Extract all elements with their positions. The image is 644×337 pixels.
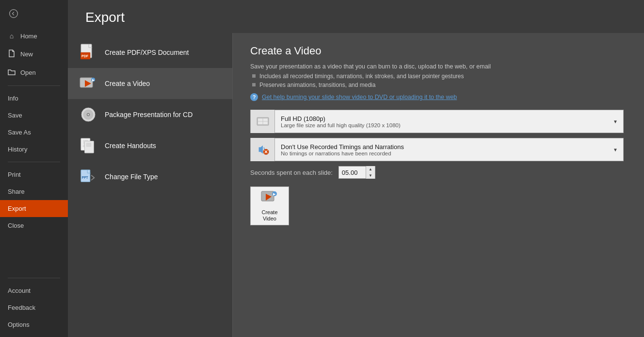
- bullet-icon-1: [252, 74, 256, 78]
- quality-dropdown-arrow: ▼: [608, 119, 623, 124]
- sidebar-item-account[interactable]: Account: [0, 282, 68, 299]
- content-area: PDF Create PDF/XPS Document ▶ Create a V…: [68, 33, 644, 337]
- create-video-button-label: Create Video: [261, 209, 277, 222]
- timings-dropdown-arrow: ▼: [608, 147, 623, 152]
- detail-bullet-2: Preserves animations, transitions, and m…: [250, 82, 627, 88]
- create-video-button-icon: ▶: [261, 190, 278, 207]
- sidebar-item-account-label: Account: [8, 287, 31, 294]
- sidebar-divider-1: [8, 85, 60, 86]
- sidebar-bottom: Account Feedback Options: [0, 282, 68, 337]
- detail-bullet-2-text: Preserves animations, transitions, and m…: [259, 82, 375, 88]
- sidebar-item-home-label: Home: [20, 33, 37, 40]
- export-option-video-label: Create a Video: [105, 80, 150, 87]
- sidebar-item-info-label: Info: [8, 95, 18, 102]
- sidebar-item-share-label: Share: [8, 188, 25, 195]
- timings-dropdown-main: Don't Use Recorded Timings and Narration…: [281, 143, 602, 151]
- sidebar-item-export-label: Export: [8, 205, 26, 212]
- quality-dropdown-icon: [251, 110, 275, 133]
- sidebar-item-close-label: Close: [8, 222, 24, 229]
- quality-dropdown-content: Full HD (1080p) Large file size and full…: [275, 113, 608, 130]
- help-icon: ?: [250, 93, 258, 101]
- seconds-row: Seconds spent on each slide: ▲ ▼: [250, 166, 627, 179]
- sidebar: ⌂ Home New Open Info: [0, 0, 68, 337]
- seconds-input-wrap: ▲ ▼: [338, 166, 375, 179]
- timings-dropdown-icon: [251, 138, 275, 161]
- svg-text:PPT: PPT: [82, 176, 88, 179]
- sidebar-item-info[interactable]: Info: [0, 90, 68, 107]
- svg-marker-24: [258, 146, 262, 154]
- sidebar-item-save-as-label: Save As: [8, 129, 31, 136]
- sidebar-item-feedback[interactable]: Feedback: [0, 299, 68, 316]
- export-option-cd-label: Package Presentation for CD: [105, 111, 193, 118]
- sidebar-item-options[interactable]: Options: [0, 316, 68, 333]
- quality-dropdown-main: Full HD (1080p): [281, 115, 602, 122]
- sidebar-item-new[interactable]: New: [0, 45, 68, 64]
- export-options-panel: PDF Create PDF/XPS Document ▶ Create a V…: [68, 33, 233, 337]
- bullet-icon-2: [252, 83, 256, 86]
- svg-text:PDF: PDF: [81, 54, 89, 58]
- handouts-icon: [80, 137, 97, 154]
- timings-dropdown-wrapper: Don't Use Recorded Timings and Narration…: [250, 138, 627, 161]
- sidebar-item-open-label: Open: [20, 69, 36, 76]
- pdf-icon: PDF: [80, 44, 97, 61]
- sidebar-item-options-label: Options: [8, 321, 30, 328]
- sidebar-divider-2: [8, 162, 60, 162]
- sidebar-item-print[interactable]: Print: [0, 166, 68, 183]
- sidebar-item-open[interactable]: Open: [0, 64, 68, 82]
- detail-title: Create a Video: [250, 45, 627, 57]
- seconds-input[interactable]: [339, 166, 366, 179]
- sidebar-item-save-label: Save: [8, 112, 22, 119]
- sidebar-item-export[interactable]: Export: [0, 200, 68, 217]
- export-option-handouts-label: Create Handouts: [105, 142, 156, 150]
- detail-help-link-row: ? Get help burning your slide show video…: [250, 93, 627, 101]
- sidebar-item-save-as[interactable]: Save As: [0, 124, 68, 141]
- export-option-cd[interactable]: Package Presentation for CD: [68, 99, 232, 130]
- detail-description: Save your presentation as a video that y…: [250, 63, 627, 70]
- sidebar-item-history[interactable]: History: [0, 141, 68, 158]
- export-option-filetype-label: Change File Type: [105, 173, 158, 181]
- detail-panel: Create a Video Save your presentation as…: [233, 33, 644, 337]
- sidebar-item-history-label: History: [8, 146, 27, 153]
- timings-dropdown-content: Don't Use Recorded Timings and Narration…: [275, 141, 608, 158]
- main-area: Export PDF Create PDF/XPS Document: [68, 0, 644, 337]
- detail-bullet-1: Includes all recorded timings, narration…: [250, 73, 627, 80]
- sidebar-item-feedback-label: Feedback: [8, 304, 35, 311]
- sidebar-item-print-label: Print: [8, 171, 21, 178]
- timings-dropdown[interactable]: Don't Use Recorded Timings and Narration…: [250, 138, 624, 161]
- svg-point-0: [10, 10, 18, 18]
- svg-rect-17: [86, 143, 91, 147]
- seconds-spinner: ▲ ▼: [366, 166, 375, 179]
- home-icon: ⌂: [8, 32, 16, 40]
- sidebar-item-home[interactable]: ⌂ Home: [0, 27, 68, 45]
- export-option-video[interactable]: ▶ Create a Video: [68, 68, 232, 99]
- open-icon: [8, 68, 16, 77]
- sidebar-item-share[interactable]: Share: [0, 183, 68, 200]
- quality-dropdown[interactable]: Full HD (1080p) Large file size and full…: [250, 110, 624, 133]
- page-title: Export: [68, 0, 644, 33]
- quality-dropdown-sub: Large file size and full high quality (1…: [281, 122, 602, 128]
- sidebar-item-save[interactable]: Save: [0, 107, 68, 124]
- seconds-down-button[interactable]: ▼: [366, 172, 375, 179]
- export-option-pdf-label: Create PDF/XPS Document: [105, 49, 189, 56]
- cd-icon: [80, 106, 97, 123]
- timings-dropdown-sub: No timings or narrations have been recor…: [281, 151, 602, 156]
- filetype-icon: PPT: [80, 168, 97, 185]
- quality-dropdown-wrapper: Full HD (1080p) Large file size and full…: [250, 110, 627, 133]
- seconds-up-button[interactable]: ▲: [366, 166, 375, 172]
- help-link[interactable]: Get help burning your slide show video t…: [262, 94, 457, 101]
- new-icon: [8, 50, 16, 59]
- sidebar-divider-bottom: [8, 278, 60, 278]
- create-video-button[interactable]: ▶ Create Video: [250, 186, 289, 225]
- export-option-filetype[interactable]: PPT Change File Type: [68, 161, 232, 192]
- back-button[interactable]: [4, 4, 23, 23]
- seconds-label: Seconds spent on each slide:: [250, 169, 333, 176]
- svg-text:▶: ▶: [92, 79, 95, 82]
- sidebar-nav: ⌂ Home New Open Info: [0, 27, 68, 274]
- svg-point-11: [88, 114, 89, 116]
- export-option-handouts[interactable]: Create Handouts: [68, 130, 232, 161]
- sidebar-item-new-label: New: [20, 51, 33, 58]
- video-icon: ▶: [80, 75, 97, 92]
- sidebar-item-close[interactable]: Close: [0, 217, 68, 234]
- detail-bullet-1-text: Includes all recorded timings, narration…: [259, 73, 464, 80]
- export-option-pdf[interactable]: PDF Create PDF/XPS Document: [68, 37, 232, 68]
